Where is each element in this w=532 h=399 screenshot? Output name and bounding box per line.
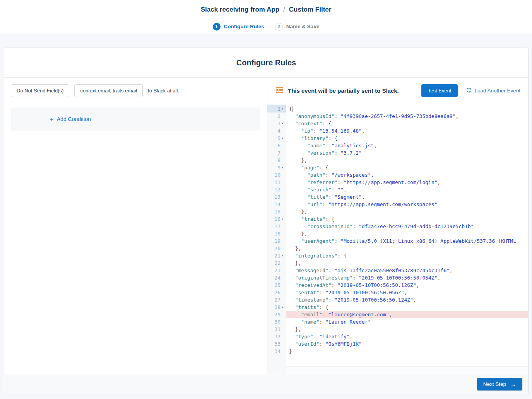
- gutter-line-21[interactable]: 21▾: [267, 252, 286, 259]
- editor-gutter: 1▾23▾45▾6789▾10111213141516▾1718192021▾2…: [267, 104, 286, 374]
- fold-arrow-icon[interactable]: ▾: [281, 164, 285, 171]
- fold-arrow-icon[interactable]: ▾: [281, 120, 285, 127]
- step-configure-rules[interactable]: 1 Configure Rules: [213, 23, 264, 31]
- gutter-line-22: 22: [267, 259, 286, 267]
- step-1-label: Configure Rules: [224, 24, 264, 29]
- code-line[interactable]: "sentAt": "2019-05-10T00:56:50.056Z",: [286, 289, 528, 296]
- code-line[interactable]: "userAgent": "Mozilla/5.0 (X11; Linux x8…: [286, 237, 528, 245]
- code-line[interactable]: "name": "Lauren Reeder": [286, 318, 528, 326]
- gutter-line-34: 34: [267, 348, 286, 355]
- preview-status-text: This event will be partially sent to Sla…: [288, 87, 399, 94]
- gutter-line-8: 8: [267, 157, 286, 164]
- gutter-line-30: 30: [267, 318, 286, 326]
- breadcrumb-separator: /: [283, 6, 285, 14]
- code-line[interactable]: "page": {: [286, 164, 528, 171]
- code-line[interactable]: "traits": {: [286, 304, 528, 311]
- step-1-circle: 1: [213, 23, 221, 31]
- code-line[interactable]: "anonymousId": "4f9390ae-2657-4fe1-9d95-…: [286, 113, 528, 120]
- gutter-line-13: 13: [267, 193, 286, 201]
- plus-icon: +: [50, 116, 53, 123]
- code-line[interactable]: },: [286, 208, 528, 215]
- rule-fields-dropdown[interactable]: context.email, traits.email: [74, 84, 143, 97]
- configure-rules-card: Configure Rules Do Not Send Field(s) con…: [4, 48, 529, 394]
- breadcrumb-source[interactable]: Slack receiving from App: [201, 6, 279, 14]
- preview-header: This event will be partially sent to Sla…: [267, 78, 528, 104]
- code-line[interactable]: "ip": "13.54.169.48",: [286, 127, 528, 135]
- rule-suffix-text: to Slack at all.: [148, 88, 179, 94]
- code-line[interactable]: "type": "identify",: [286, 333, 528, 340]
- gutter-line-15: 15: [267, 208, 286, 215]
- step-2-circle: 2: [275, 23, 283, 31]
- code-line[interactable]: "userId": "OsY6MFBj1K": [286, 340, 528, 348]
- gutter-line-28[interactable]: 28▾: [267, 304, 286, 311]
- code-line[interactable]: "search": "",: [286, 186, 528, 193]
- code-line[interactable]: "traits": {: [286, 215, 528, 223]
- gutter-line-7: 7: [267, 149, 286, 157]
- fold-arrow-icon[interactable]: ▾: [281, 135, 285, 142]
- test-event-button[interactable]: Test Event: [421, 84, 458, 97]
- gutter-line-16[interactable]: 16▾: [267, 215, 286, 223]
- code-line[interactable]: "referrer": "https://app.segment.com/log…: [286, 179, 528, 186]
- code-line[interactable]: "path": "/workspaces",: [286, 171, 528, 179]
- code-line[interactable]: },: [286, 245, 528, 252]
- code-line[interactable]: {: [286, 105, 528, 113]
- code-line[interactable]: "title": "Segment",: [286, 193, 528, 201]
- code-line[interactable]: "originalTimestamp": "2019-05-10T00:56:5…: [286, 274, 528, 281]
- step-2-label: Name & Save: [286, 24, 320, 29]
- gutter-line-19: 19: [267, 237, 286, 245]
- partial-send-icon: [276, 87, 284, 95]
- code-line[interactable]: },: [286, 157, 528, 164]
- stepper: 1 Configure Rules 2 Name & Save: [0, 19, 532, 34]
- load-another-event-link[interactable]: Load Another Event: [466, 87, 520, 94]
- editor-horizontal-scrollbar[interactable]: [286, 366, 528, 374]
- code-line[interactable]: },: [286, 259, 528, 267]
- gutter-line-20: 20: [267, 245, 286, 252]
- breadcrumb-current: Custom Filter: [289, 6, 332, 14]
- code-line[interactable]: "context": {: [286, 120, 528, 127]
- gutter-line-24: 24: [267, 274, 286, 281]
- add-condition-box: + Add Condition: [11, 107, 260, 131]
- load-another-event-label: Load Another Event: [474, 88, 520, 94]
- editor-lines[interactable]: { "anonymousId": "4f9390ae-2657-4fe1-9d9…: [286, 104, 528, 366]
- fold-arrow-icon[interactable]: ▾: [281, 215, 285, 223]
- code-line[interactable]: "messageId": "ajs-33ffc2ac0a550e8f053789…: [286, 267, 528, 274]
- code-line[interactable]: }: [286, 348, 528, 355]
- text-cursor: [293, 106, 293, 112]
- gutter-line-10: 10: [267, 171, 286, 179]
- gutter-line-14: 14: [267, 201, 286, 208]
- gutter-line-3[interactable]: 3▾: [267, 120, 286, 127]
- gutter-line-5[interactable]: 5▾: [267, 135, 286, 142]
- code-line[interactable]: "timestamp": "2019-05-10T00:56:50.124Z",: [286, 296, 528, 304]
- code-line[interactable]: },: [286, 230, 528, 237]
- gutter-line-4: 4: [267, 127, 286, 135]
- code-line[interactable]: "integrations": {: [286, 252, 528, 259]
- code-line[interactable]: "crossDomainId": "df3a47ee-bcc9-479d-add…: [286, 223, 528, 230]
- json-event-editor[interactable]: 1▾23▾45▾6789▾10111213141516▾1718192021▾2…: [267, 104, 528, 374]
- code-line[interactable]: "url": "https://app.segment.com/workspac…: [286, 201, 528, 208]
- card-footer: Next Step →: [4, 374, 528, 394]
- event-preview-panel: This event will be partially sent to Sla…: [267, 78, 528, 374]
- code-line[interactable]: "receivedAt": "2019-05-10T00:56:50.126Z"…: [286, 281, 528, 289]
- code-line[interactable]: "name": "analytics.js",: [286, 142, 528, 149]
- code-line[interactable]: },: [286, 326, 528, 333]
- fold-arrow-icon[interactable]: ▾: [281, 252, 285, 259]
- code-line[interactable]: "version": "3.7.2": [286, 149, 528, 157]
- gutter-line-1[interactable]: 1▾: [267, 105, 286, 113]
- gutter-line-18: 18: [267, 230, 286, 237]
- page-header: Slack receiving from App / Custom Filter: [0, 0, 532, 19]
- fold-arrow-icon[interactable]: ▾: [281, 304, 285, 311]
- filter-rule-row: Do Not Send Field(s) context.email, trai…: [11, 84, 260, 97]
- gutter-line-9[interactable]: 9▾: [267, 164, 286, 171]
- gutter-line-6: 6: [267, 142, 286, 149]
- code-line[interactable]: "library": {: [286, 135, 528, 142]
- rule-action-dropdown[interactable]: Do Not Send Field(s): [11, 84, 69, 97]
- code-line-highlighted[interactable]: "email": "lauren@segment.com",: [286, 311, 528, 318]
- next-step-button[interactable]: Next Step →: [477, 378, 522, 390]
- editor-code-column: { "anonymousId": "4f9390ae-2657-4fe1-9d9…: [286, 104, 528, 374]
- step-name-save[interactable]: 2 Name & Save: [275, 23, 320, 31]
- gutter-line-27: 27: [267, 296, 286, 304]
- gutter-line-33: 33: [267, 340, 286, 348]
- add-condition-button[interactable]: + Add Condition: [50, 116, 91, 123]
- fold-arrow-icon[interactable]: ▾: [281, 105, 285, 113]
- refresh-icon: [466, 87, 472, 94]
